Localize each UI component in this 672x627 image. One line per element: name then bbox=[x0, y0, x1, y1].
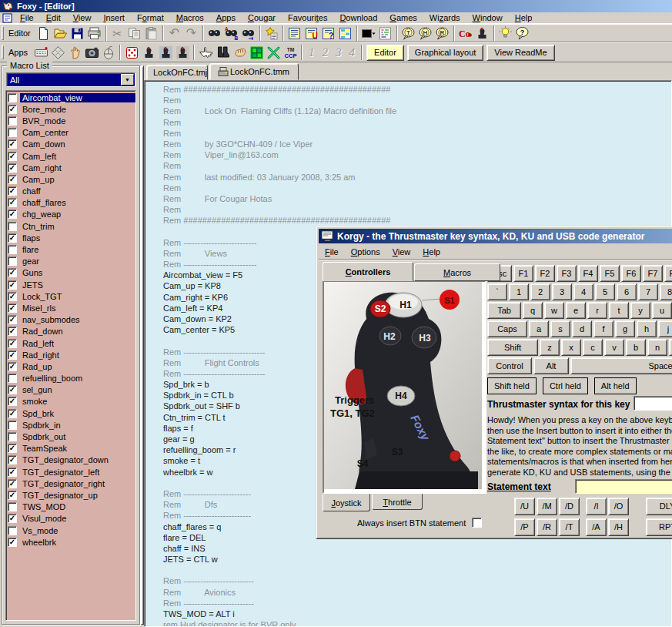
macro-item-chaff[interactable]: ✓chaff bbox=[8, 186, 135, 197]
toolbar-grip[interactable] bbox=[2, 45, 4, 59]
macro-checkbox[interactable]: ✓ bbox=[8, 397, 17, 406]
comment-r-icon[interactable]: R bbox=[434, 25, 451, 42]
comment-t-icon[interactable]: T bbox=[400, 25, 417, 42]
key-x[interactable]: x bbox=[561, 339, 581, 356]
key-F7[interactable]: F7 bbox=[643, 265, 663, 282]
key-d[interactable]: d bbox=[572, 320, 592, 337]
key-v[interactable]: v bbox=[604, 339, 624, 356]
view-button-graphical-layout[interactable]: Graphical layout bbox=[407, 45, 484, 61]
menu-favourites[interactable]: Favourites bbox=[282, 12, 333, 23]
key-e[interactable]: e bbox=[566, 302, 586, 319]
copy-icon[interactable] bbox=[126, 25, 143, 42]
macro-checkbox[interactable]: ✓ bbox=[8, 468, 17, 477]
key-F2[interactable]: F2 bbox=[535, 265, 555, 282]
macro-checkbox[interactable]: ✓ bbox=[8, 280, 17, 290]
macro-checkbox[interactable]: ✓ bbox=[8, 139, 17, 149]
macro-checkbox[interactable] bbox=[8, 502, 17, 511]
toolbar-grip[interactable] bbox=[2, 26, 4, 40]
macro-checkbox[interactable] bbox=[8, 421, 17, 430]
comment-h-icon[interactable]: H bbox=[417, 25, 434, 42]
shift-held-button[interactable]: Shift held bbox=[487, 377, 537, 394]
menu-help[interactable]: Help bbox=[509, 12, 539, 23]
macro-checkbox[interactable]: ✓ bbox=[8, 350, 17, 360]
tab-lockonfc-tmj[interactable]: LockOnFC.tmj bbox=[146, 65, 208, 80]
dialog-title-bar[interactable]: Korgy - the Thrustmaster key syntax, KD,… bbox=[319, 229, 672, 243]
key-q[interactable]: q bbox=[523, 302, 543, 319]
view-button-view-readme[interactable]: View ReadMe bbox=[486, 45, 554, 61]
menu-options[interactable]: Options bbox=[345, 246, 386, 257]
macro-item-Spd_brk[interactable]: ✓Spd_brk bbox=[8, 407, 135, 419]
macro-checkbox[interactable]: ✓ bbox=[8, 339, 17, 348]
macro-item-BVR_mode[interactable]: BVR_mode bbox=[8, 115, 135, 126]
key-Caps[interactable]: Caps bbox=[487, 320, 527, 337]
key-u[interactable]: u bbox=[652, 302, 672, 319]
joystick-b-icon[interactable] bbox=[157, 45, 174, 61]
mouse-icon[interactable] bbox=[100, 45, 117, 61]
menu-insert[interactable]: Insert bbox=[97, 12, 131, 23]
green-x-icon[interactable] bbox=[265, 45, 282, 61]
macro-item-refuelling_boom[interactable]: refuelling_boom bbox=[8, 373, 135, 384]
joystick-photo[interactable]: S2 H1 S1 H2 H3 H4 Triggers TG1, TG2 S3 S… bbox=[323, 280, 486, 494]
menu-help[interactable]: Help bbox=[416, 246, 446, 257]
macro-item-Cam_center[interactable]: Cam_center bbox=[8, 127, 135, 139]
statement-text-input[interactable] bbox=[575, 479, 672, 494]
menu-wizards[interactable]: Wizards bbox=[423, 12, 466, 23]
ramp-page-3[interactable]: 3 bbox=[336, 46, 342, 59]
menu-window[interactable]: Window bbox=[466, 12, 509, 23]
menu-format[interactable]: Format bbox=[131, 12, 170, 23]
cougar-co-icon[interactable]: Co bbox=[457, 25, 474, 42]
key-c[interactable]: c bbox=[583, 339, 603, 356]
menu-view[interactable]: View bbox=[67, 12, 98, 23]
macro-checkbox[interactable]: ✓ bbox=[8, 327, 17, 336]
key-z[interactable]: z bbox=[540, 339, 560, 356]
key-n[interactable]: n bbox=[647, 339, 667, 356]
always-insert-checkbox[interactable] bbox=[472, 518, 482, 528]
camera-icon[interactable] bbox=[83, 45, 100, 61]
key-s[interactable]: s bbox=[550, 320, 570, 337]
syntax-btn-I[interactable]: /I bbox=[586, 498, 607, 515]
tab-joystick[interactable]: Joystick bbox=[323, 494, 370, 511]
macro-checkbox[interactable] bbox=[8, 526, 17, 535]
menu-games[interactable]: Games bbox=[383, 12, 423, 23]
macro-checkbox[interactable]: ✓ bbox=[8, 479, 17, 488]
view-button-editor[interactable]: Editor bbox=[366, 45, 404, 61]
macro-item-TGT_designator_down[interactable]: ✓TGT_designator_down bbox=[8, 454, 135, 466]
key-8[interactable]: 8 bbox=[660, 283, 672, 300]
macro-item-Rad_up[interactable]: ✓Rad_up bbox=[8, 360, 135, 372]
macro-list-q-icon[interactable]: ? bbox=[320, 25, 337, 42]
macro-item-Cam_up[interactable]: ✓Cam_up bbox=[8, 173, 135, 185]
hand-grab-icon[interactable] bbox=[231, 45, 248, 61]
macro-checkbox[interactable]: ✓ bbox=[8, 233, 17, 243]
macro-checkbox[interactable]: ✓ bbox=[8, 514, 17, 523]
key-g[interactable]: g bbox=[615, 320, 635, 337]
key-7[interactable]: 7 bbox=[638, 283, 658, 300]
macro-item-gear[interactable]: gear bbox=[8, 256, 135, 267]
macro-item-TGT_designator_right[interactable]: ✓TGT_designator_right bbox=[8, 478, 135, 489]
menu-cougar[interactable]: Cougar bbox=[242, 12, 282, 23]
find-next-icon[interactable] bbox=[240, 25, 257, 42]
help-bubble-icon[interactable]: ? bbox=[514, 25, 531, 42]
macro-item-Visul_mode[interactable]: ✓Visul_mode bbox=[8, 513, 135, 525]
macro-checkbox[interactable] bbox=[8, 432, 17, 441]
ctrl-held-button[interactable]: Ctrl held bbox=[543, 377, 588, 394]
key-4[interactable]: 4 bbox=[573, 283, 593, 300]
color-swatch-icon[interactable] bbox=[360, 25, 377, 42]
macro-item-flare[interactable]: flare bbox=[8, 243, 135, 255]
macro-checkbox[interactable]: ✓ bbox=[8, 105, 17, 114]
macro-item-Cam_left[interactable]: ✓Cam_left bbox=[8, 150, 135, 162]
key-6[interactable]: 6 bbox=[617, 283, 637, 300]
macro-item-Rad_left[interactable]: ✓Rad_left bbox=[8, 337, 135, 349]
macro-item-TeamSpeak[interactable]: ✓TeamSpeak bbox=[8, 443, 135, 454]
key-Control[interactable]: Control bbox=[487, 357, 532, 374]
macro-checkbox[interactable] bbox=[8, 93, 17, 102]
macro-checkbox[interactable] bbox=[8, 128, 17, 137]
key-F6[interactable]: F6 bbox=[621, 265, 641, 282]
macro-checkbox[interactable]: ✓ bbox=[8, 315, 17, 324]
macro-checkbox[interactable]: ✓ bbox=[8, 385, 17, 394]
macro-checkbox[interactable] bbox=[8, 116, 17, 126]
macro-item-Rad_down[interactable]: ✓Rad_down bbox=[8, 326, 135, 337]
cougar-boots-icon[interactable] bbox=[214, 45, 231, 61]
combo-arrow-button[interactable]: ▼ bbox=[121, 74, 134, 86]
dly-button[interactable]: DLY bbox=[646, 498, 672, 515]
joystick-a-icon[interactable] bbox=[140, 45, 157, 61]
